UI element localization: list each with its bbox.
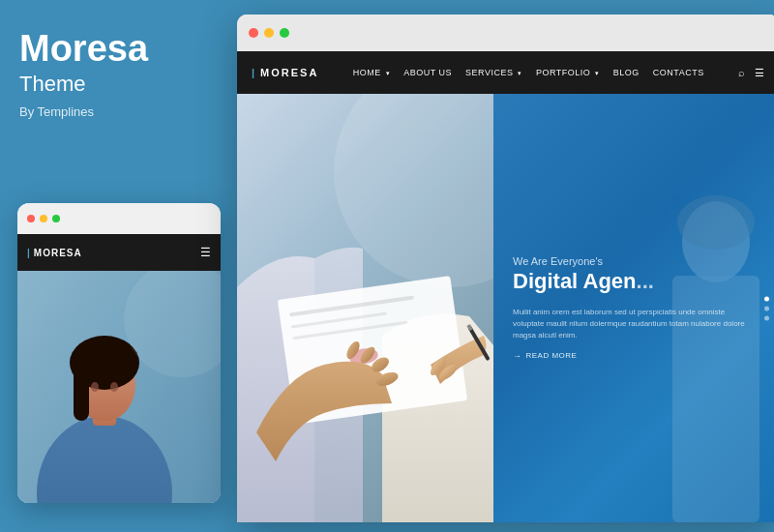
mobile-browser-bar (17, 203, 221, 234)
desktop-nav-items: HOME ▾ ABOUT US SERVICES ▾ PORTFOLIO ▾ B… (353, 68, 704, 77)
svg-point-25 (677, 195, 755, 250)
slide-dot-2[interactable] (764, 306, 769, 310)
nav-item-portfolio[interactable]: PORTFOLIO ▾ (536, 68, 600, 77)
arrow-icon: → (513, 351, 522, 361)
desktop-dot-red (249, 28, 258, 38)
mobile-photo (17, 271, 221, 503)
desktop-dot-yellow (264, 28, 274, 38)
svg-rect-5 (74, 363, 89, 421)
desktop-content: We Are Everyone's Digital Agen... Mullit… (237, 94, 774, 522)
desktop-right-panel: We Are Everyone's Digital Agen... Mullit… (493, 94, 774, 522)
svg-point-6 (91, 382, 99, 392)
desktop-mockup: MORESA HOME ▾ ABOUT US SERVICES ▾ PORTFO… (237, 15, 774, 522)
mobile-dot-yellow (40, 215, 47, 222)
nav-item-about[interactable]: ABOUT US (403, 68, 452, 77)
brand-subtitle: Theme (19, 72, 218, 97)
nav-item-contacts[interactable]: CONTACTS (653, 68, 704, 77)
desktop-nav-icons: ⌕ ☰ (738, 67, 764, 79)
desktop-left-svg (237, 94, 493, 522)
mobile-content (17, 271, 221, 503)
desktop-dot-green (280, 28, 289, 38)
mobile-dot-red (27, 215, 35, 222)
hero-person-silhouette (653, 184, 774, 522)
brand-author: By Templines (19, 104, 218, 119)
brand-title: Moresa (19, 29, 218, 70)
slide-dot-1[interactable] (764, 296, 769, 301)
svg-point-7 (110, 382, 118, 392)
search-icon[interactable]: ⌕ (738, 67, 745, 78)
mobile-nav: MORESA ☰ (17, 234, 221, 271)
menu-icon[interactable]: ☰ (755, 67, 764, 79)
slide-dot-3[interactable] (764, 315, 769, 320)
desktop-nav-logo: MORESA (252, 67, 318, 78)
mobile-hamburger-icon[interactable]: ☰ (200, 246, 211, 259)
mobile-dot-green (52, 215, 60, 222)
desktop-nav: MORESA HOME ▾ ABOUT US SERVICES ▾ PORTFO… (237, 51, 774, 94)
desktop-browser-bar (237, 15, 774, 51)
slide-dots (764, 296, 769, 320)
nav-item-services[interactable]: SERVICES ▾ (465, 68, 522, 77)
nav-item-blog[interactable]: BLOG (613, 68, 640, 77)
mobile-nav-logo: MORESA (27, 248, 82, 258)
mobile-photo-svg (17, 271, 221, 503)
nav-item-home[interactable]: HOME ▾ (353, 68, 391, 77)
mobile-mockup: MORESA ☰ (17, 203, 221, 503)
read-more-label: READ MORE (526, 351, 578, 360)
svg-rect-26 (672, 276, 759, 522)
desktop-left-image (237, 94, 493, 522)
